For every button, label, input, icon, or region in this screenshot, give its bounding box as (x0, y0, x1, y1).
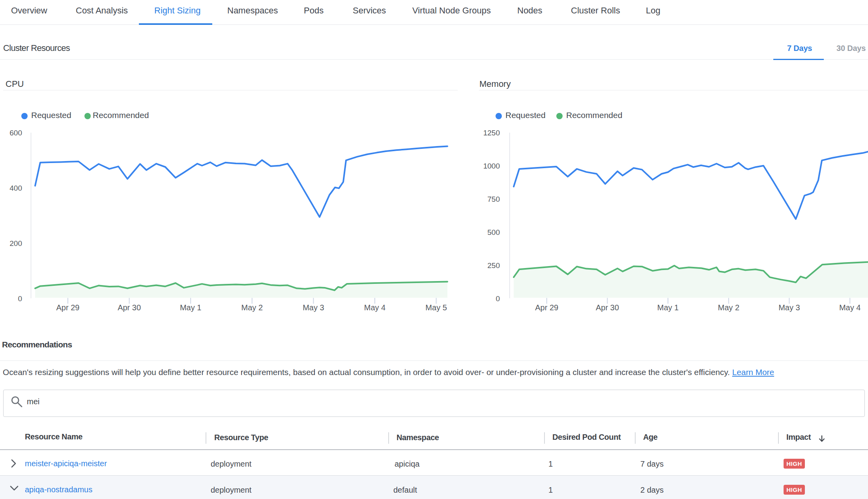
svg-text:May 3: May 3 (303, 303, 324, 312)
svg-text:May 4: May 4 (364, 303, 385, 312)
svg-text:0: 0 (496, 295, 500, 303)
svg-text:May 4: May 4 (839, 303, 861, 312)
svg-text:Apr 29: Apr 29 (535, 303, 558, 312)
svg-text:May 1: May 1 (657, 303, 679, 312)
svg-text:500: 500 (487, 228, 500, 236)
svg-text:Apr 29: Apr 29 (56, 303, 80, 312)
svg-text:1250: 1250 (483, 129, 500, 137)
svg-text:200: 200 (9, 239, 22, 248)
svg-text:May 5: May 5 (425, 303, 447, 312)
svg-text:May 3: May 3 (778, 303, 800, 312)
svg-text:0: 0 (18, 295, 22, 303)
svg-text:May 2: May 2 (718, 303, 739, 312)
svg-text:600: 600 (9, 129, 22, 137)
svg-text:750: 750 (487, 195, 500, 203)
svg-text:Apr 30: Apr 30 (596, 303, 619, 312)
svg-text:May 2: May 2 (241, 303, 263, 312)
svg-text:400: 400 (9, 184, 22, 192)
svg-text:1000: 1000 (483, 162, 500, 170)
svg-text:Apr 30: Apr 30 (118, 303, 141, 312)
svg-text:250: 250 (487, 261, 500, 270)
svg-text:May 1: May 1 (180, 303, 201, 312)
